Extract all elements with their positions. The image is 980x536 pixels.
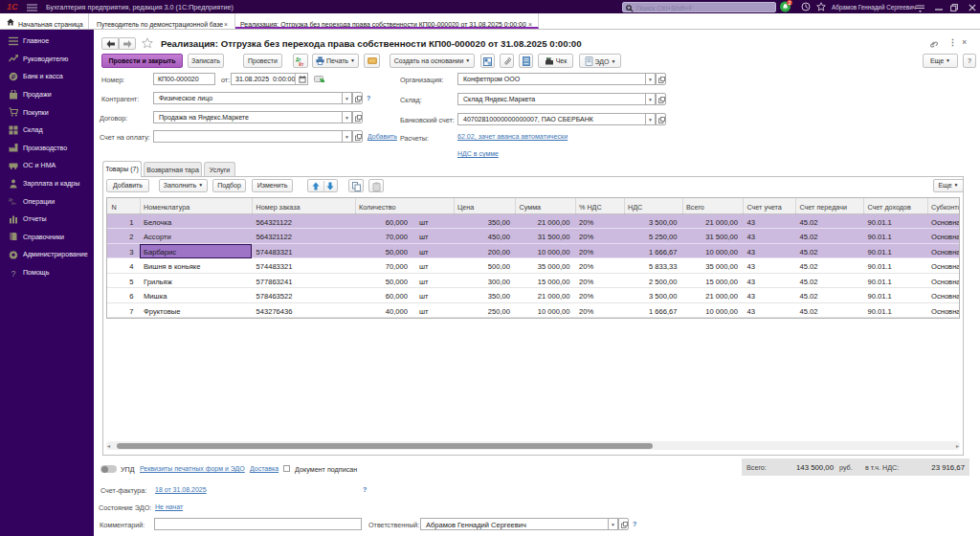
- svg-text:2: 2: [788, 0, 791, 6]
- svg-text:Кт: Кт: [11, 201, 15, 206]
- svg-text:₽: ₽: [11, 73, 16, 79]
- svg-text:?: ?: [11, 269, 15, 278]
- svg-text:Кт: Кт: [299, 61, 304, 65]
